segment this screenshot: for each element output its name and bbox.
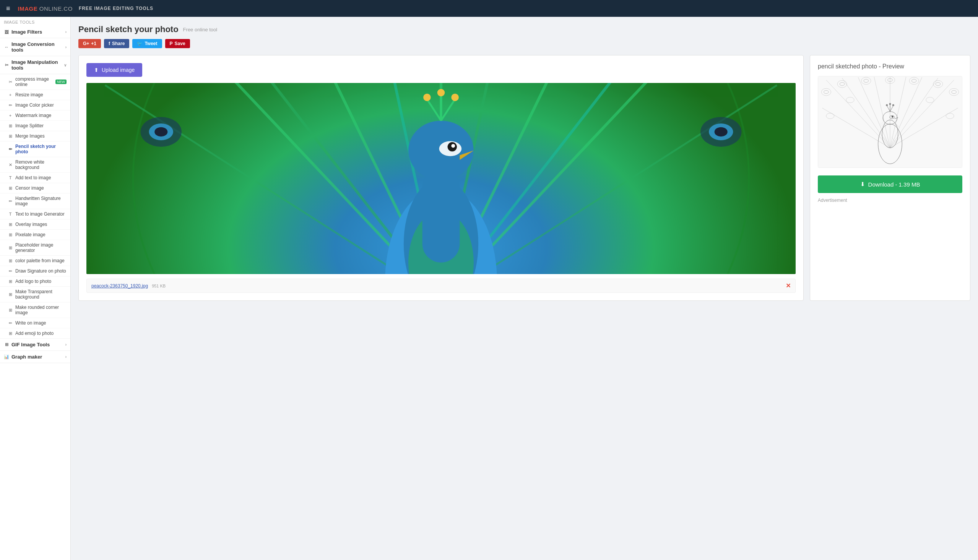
- content-area: ⬆ Upload image: [78, 55, 970, 301]
- sidebar-item-label: Make Transparent background: [15, 289, 67, 300]
- sidebar-item-remove-bg[interactable]: ✕ Remove white background: [0, 157, 70, 173]
- write-on-icon: ✏: [8, 320, 13, 326]
- transparent-bg-icon: ⊞: [8, 292, 13, 297]
- sidebar-item-compress[interactable]: ✂ compress image online NEW: [0, 74, 70, 90]
- header: ≡ IMAGE ONLINE.CO FREE IMAGE EDITING TOO…: [0, 0, 978, 17]
- app-layout: Image Tools 🖼 Image Filters › ↔ Image Co…: [0, 17, 978, 560]
- gplus-label: +1: [91, 41, 97, 46]
- merge-icon: ⊞: [8, 133, 13, 139]
- sidebar-section-image-manipulation[interactable]: ✂ Image Manipulation tools ∨: [0, 56, 70, 74]
- sidebar-item-label: Placeholder image generator: [15, 242, 67, 253]
- svg-point-59: [451, 144, 455, 148]
- sidebar-section-label: Graph maker: [12, 354, 42, 360]
- svg-point-36: [155, 127, 167, 137]
- twitter-button[interactable]: 🐦 Tweet: [132, 39, 162, 48]
- sidebar-item-handwritten[interactable]: ✏ Handwritten Signature image: [0, 193, 70, 209]
- overlay-icon: ⊞: [8, 222, 13, 227]
- gplus-icon: G+: [83, 41, 89, 46]
- sidebar-item-text-generator[interactable]: T Text to image Generator: [0, 209, 70, 219]
- sidebar-item-color-palette[interactable]: ⊞ color palette from image: [0, 256, 70, 266]
- splitter-icon: ⊞: [8, 123, 13, 128]
- sidebar-item-transparent-bg[interactable]: ⊞ Make Transparent background: [0, 287, 70, 302]
- sidebar-item-censor[interactable]: ⊞ Censor image: [0, 183, 70, 193]
- sidebar-item-draw-signature[interactable]: ✏ Draw Signature on photo: [0, 266, 70, 277]
- color-picker-icon: ✏: [8, 102, 13, 108]
- facebook-icon: f: [108, 41, 110, 46]
- pinterest-label: Save: [175, 41, 185, 46]
- svg-point-98: [889, 103, 891, 105]
- image-conversion-chevron: ›: [65, 45, 67, 49]
- svg-rect-49: [423, 169, 460, 263]
- sidebar-label: Image Tools: [0, 17, 70, 26]
- draw-signature-icon: ✏: [8, 268, 13, 274]
- upload-button[interactable]: ⬆ Upload image: [87, 63, 142, 77]
- peacock-svg: [87, 83, 796, 274]
- sidebar-item-label: Remove white background: [15, 159, 67, 170]
- gplus-button[interactable]: G+ +1: [78, 39, 101, 48]
- file-info: peacock-2363750_1920.jpg 951 KB ✕: [87, 279, 796, 293]
- sidebar-item-splitter[interactable]: ⊞ Image Splitter: [0, 121, 70, 131]
- page-title: Pencil sketch your photo: [78, 25, 178, 34]
- sidebar-item-watermark[interactable]: + Watermark image: [0, 110, 70, 121]
- sidebar-item-add-text[interactable]: T Add text to image: [0, 173, 70, 183]
- sidebar-section-image-conversion[interactable]: ↔ Image Conversion tools ›: [0, 38, 70, 56]
- sidebar-item-pencil-sketch[interactable]: ✏ Pencil sketch your photo: [0, 142, 70, 157]
- facebook-button[interactable]: f Share: [104, 39, 129, 48]
- gif-chevron: ›: [65, 342, 67, 347]
- sidebar-item-label: Overlay images: [15, 222, 47, 227]
- site-logo[interactable]: IMAGE ONLINE.CO: [18, 5, 73, 12]
- sidebar-item-label: color palette from image: [15, 258, 65, 263]
- handwritten-icon: ✏: [8, 198, 13, 204]
- sidebar-item-label: Handwritten Signature image: [15, 196, 67, 207]
- sidebar-item-label: compress image online: [15, 77, 52, 87]
- upload-button-label: Upload image: [102, 67, 135, 73]
- svg-point-99: [892, 104, 894, 106]
- sidebar-section-label: Image Conversion tools: [12, 41, 65, 53]
- sidebar-section-gif[interactable]: ⊞ GIF Image Tools ›: [0, 339, 70, 351]
- compress-icon: ✂: [8, 79, 13, 85]
- remove-bg-icon: ✕: [8, 162, 13, 167]
- sidebar-item-label: Pencil sketch your photo: [15, 144, 67, 155]
- sidebar-item-color-picker[interactable]: ✏ Image Color picker: [0, 100, 70, 110]
- header-nav-title: FREE IMAGE EDITING TOOLS: [79, 6, 153, 11]
- add-logo-icon: ⊞: [8, 279, 13, 284]
- svg-point-101: [891, 116, 893, 117]
- rounded-corner-icon: ⊞: [8, 307, 13, 313]
- add-text-icon: T: [8, 175, 13, 180]
- sidebar-item-merge[interactable]: ⊞ Merge Images: [0, 131, 70, 142]
- file-remove-button[interactable]: ✕: [786, 282, 791, 289]
- sidebar-item-label: Write on image: [15, 320, 46, 326]
- image-manipulation-icon: ✂: [4, 62, 9, 68]
- sidebar-item-overlay[interactable]: ⊞ Overlay images: [0, 219, 70, 230]
- sidebar-item-resize[interactable]: + Resize image: [0, 90, 70, 100]
- image-conversion-icon: ↔: [4, 44, 9, 50]
- sidebar-section-graph[interactable]: 📊 Graph maker ›: [0, 351, 70, 363]
- facebook-label: Share: [112, 41, 125, 46]
- svg-point-97: [886, 104, 888, 106]
- download-label: Download - 1.39 MB: [868, 181, 920, 188]
- sidebar-item-add-logo[interactable]: ⊞ Add logo to photo: [0, 277, 70, 287]
- social-buttons: G+ +1 f Share 🐦 Tweet P Save: [78, 39, 970, 48]
- new-badge: NEW: [55, 80, 67, 84]
- watermark-icon: +: [8, 113, 13, 118]
- sidebar-section-image-filters[interactable]: 🖼 Image Filters ›: [0, 26, 70, 38]
- sketch-preview-svg: [818, 77, 962, 167]
- pinterest-button[interactable]: P Save: [165, 39, 190, 48]
- download-button[interactable]: ⬇ Download - 1.39 MB: [818, 175, 962, 193]
- sidebar-item-label: Add text to image: [15, 175, 51, 180]
- sidebar-item-label: Censor image: [15, 185, 44, 191]
- sidebar-item-label: Draw Signature on photo: [15, 268, 66, 274]
- upload-icon: ⬆: [94, 67, 98, 73]
- sidebar-item-pixelate[interactable]: ⊞ Pixelate image: [0, 230, 70, 240]
- sidebar-item-add-emoji[interactable]: ⊞ Add emoji to photo: [0, 328, 70, 339]
- menu-icon[interactable]: ≡: [6, 5, 10, 13]
- logo-rest: ONLINE.CO: [39, 5, 73, 12]
- preview-image-container: [818, 76, 962, 168]
- image-filters-chevron: ›: [65, 30, 67, 34]
- sidebar-item-write-on[interactable]: ✏ Write on image: [0, 318, 70, 328]
- image-container: [87, 83, 796, 274]
- sidebar-item-rounded-corner[interactable]: ⊞ Make rounded corner image: [0, 302, 70, 318]
- sidebar-item-placeholder[interactable]: ⊞ Placeholder image generator: [0, 240, 70, 256]
- file-name[interactable]: peacock-2363750_1920.jpg: [92, 283, 148, 288]
- pencil-sketch-icon: ✏: [8, 147, 13, 152]
